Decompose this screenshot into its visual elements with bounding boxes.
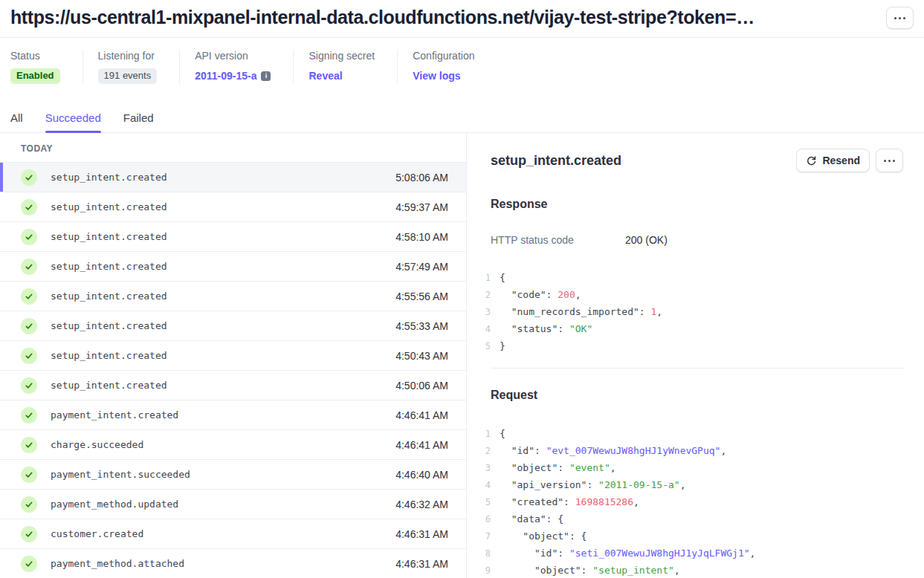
meta-value: Reveal [308,68,375,84]
meta-link-configuration[interactable]: View logs [413,70,460,82]
event-name: setup_intent.created [51,261,167,272]
event-list-item[interactable]: setup_intent.created4:59:37 AM [0,192,466,222]
code-token: 1 [651,306,657,317]
line-number: 3 [479,307,491,317]
meta-label: Configuration [413,50,474,62]
event-list-item[interactable]: setup_intent.created5:08:06 AM [0,163,466,192]
line-number: 5 [479,497,491,507]
meta-item-signing-secret: Signing secretReveal [293,50,397,84]
code-token: , [674,565,680,576]
code-line: 3 "num_records_imported": 1, [479,303,903,320]
code-token: "id": [500,548,569,559]
code-line: 2 "id": "evt_007WewuJW8hgHJ1yWnevGPuq", [479,442,903,459]
check-icon [21,437,37,453]
code-token: , [750,548,756,559]
code-line: 4 "api_version": "2011-09-15-a", [479,476,903,493]
meta-label: Signing secret [308,50,375,62]
event-time: 4:46:31 AM [395,528,448,540]
event-name: payment_intent.created [51,409,178,420]
code-line: 6 "data": { [479,510,903,527]
code-token: "code": [500,289,558,300]
tab-failed[interactable]: Failed [123,111,154,132]
detail-overflow-button[interactable] [876,149,903,172]
event-list-item[interactable]: setup_intent.created4:55:56 AM [0,282,466,311]
http-status-value: 200 (OK) [625,234,668,246]
code-token: , [633,496,639,507]
event-list-item[interactable]: customer.created4:46:31 AM [0,519,466,549]
ellipsis-icon [894,17,905,19]
detail-actions: Resend [796,149,903,172]
event-name: payment_method.attached [51,558,184,569]
http-status-row: HTTP status code 200 (OK) [491,234,903,246]
code-token: , [610,462,616,473]
meta-value: Enabled [10,68,60,84]
line-number: 6 [479,514,491,525]
http-status-label: HTTP status code [491,234,625,246]
request-section: Request 1{2 "id": "evt_007WewuJW8hgHJ1yW… [491,368,903,578]
line-number: 8 [479,548,491,559]
check-icon [21,496,37,513]
event-detail-panel: setup_intent.created Resend [467,133,924,578]
code-token: 200 [558,289,575,300]
event-list-item[interactable]: payment_intent.created4:46:41 AM [0,400,466,430]
status-filter-tabs: AllSucceededFailed [0,111,924,133]
info-icon[interactable]: i [261,71,271,81]
code-token: "OK" [569,323,592,334]
resend-button-label: Resend [822,155,860,166]
meta-badge-status: Enabled [10,68,60,84]
meta-label: Status [10,50,60,62]
event-time: 4:46:41 AM [395,439,448,451]
event-time: 4:55:33 AM [395,320,448,332]
line-number: 4 [479,324,491,334]
code-token: "event" [569,462,610,473]
event-list-item[interactable]: setup_intent.created4:50:06 AM [0,371,466,400]
code-line: 5} [479,337,903,354]
code-line: 4 "status": "OK" [479,320,903,337]
code-token: "num_records_imported": [500,306,651,317]
code-token: "status": [500,323,569,334]
event-rows: setup_intent.created5:08:06 AMsetup_inte… [0,163,466,578]
resend-button[interactable]: Resend [796,149,870,172]
meta-link-api-version[interactable]: 2011-09-15-a [195,70,256,82]
meta-item-api-version: API version2011-09-15-ai [179,50,293,84]
code-line: 1{ [479,269,903,286]
meta-label: API version [195,50,271,62]
event-time: 4:46:31 AM [395,558,448,570]
header-overflow-button[interactable] [886,7,914,29]
meta-link-signing-secret[interactable]: Reveal [308,70,342,82]
ellipsis-icon [884,160,895,162]
event-name: customer.created [51,528,143,539]
event-name: setup_intent.created [51,350,167,361]
event-list-item[interactable]: setup_intent.created4:58:10 AM [0,222,466,252]
response-code-block: 1{2 "code": 200,3 "num_records_imported"… [479,269,903,354]
code-line: 7 "object": { [479,527,903,545]
endpoint-meta-row: StatusEnabledListening for191 eventsAPI … [0,38,924,84]
event-list-item[interactable]: payment_method.attached4:46:31 AM [0,549,466,578]
event-name: setup_intent.created [51,172,167,183]
code-token: "id": [500,445,546,456]
meta-item-status: StatusEnabled [10,50,83,84]
meta-label: Listening for [98,50,158,62]
check-icon [21,377,37,394]
event-list-item[interactable]: setup_intent.created4:50:43 AM [0,341,466,371]
meta-item-listening-for: Listening for191 events [83,50,180,84]
check-icon [21,348,37,364]
code-token: { [500,272,505,283]
event-name: charge.succeeded [51,439,143,450]
event-list-item[interactable]: setup_intent.created4:57:49 AM [0,252,466,282]
check-icon [21,556,37,572]
line-number: 1 [479,429,491,439]
code-token: "seti_007WewuJW8hgHJ1yJqLFWGj1" [569,548,750,559]
event-list-item[interactable]: charge.succeeded4:46:41 AM [0,430,466,460]
tab-all[interactable]: All [10,111,23,132]
event-time: 5:08:06 AM [395,172,448,184]
code-token: "created": [500,496,575,507]
event-list-item[interactable]: payment_method.updated4:46:32 AM [0,490,466,519]
event-list-item[interactable]: setup_intent.created4:55:33 AM [0,311,466,341]
event-name: setup_intent.created [51,290,167,302]
tab-succeeded[interactable]: Succeeded [45,111,101,132]
event-time: 4:50:06 AM [395,380,448,392]
event-time: 4:46:32 AM [395,499,448,510]
event-list-item[interactable]: payment_intent.succeeded4:46:40 AM [0,460,466,490]
check-icon [21,318,37,334]
